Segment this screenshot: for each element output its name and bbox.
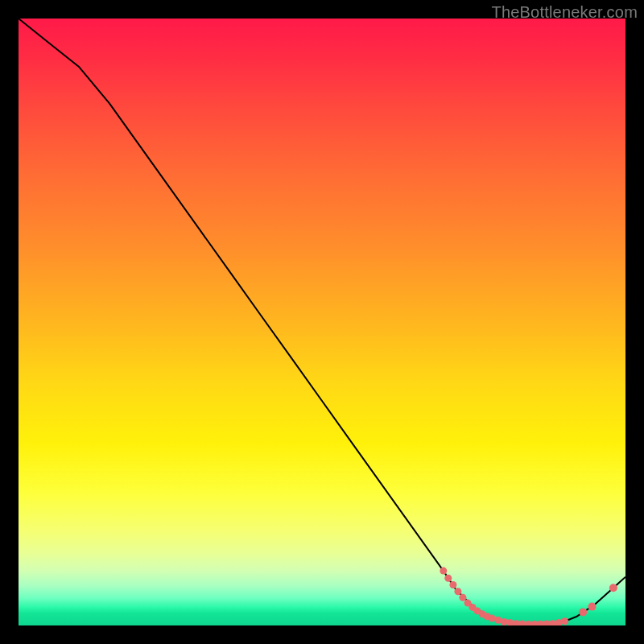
marker-dot bbox=[454, 588, 461, 595]
chart-frame: TheBottleneker.com bbox=[0, 0, 644, 644]
marker-dot bbox=[444, 575, 452, 582]
marker-dot bbox=[537, 621, 544, 625]
marker-dot bbox=[579, 608, 587, 616]
watermark-text: TheBottleneker.com bbox=[492, 3, 638, 22]
marker-dot bbox=[489, 615, 496, 622]
marker-dot bbox=[449, 581, 456, 588]
marker-dot bbox=[506, 619, 514, 625]
marker-dots bbox=[440, 568, 617, 625]
marker-dot bbox=[440, 568, 447, 575]
chart-svg bbox=[19, 19, 625, 625]
plot-area bbox=[19, 19, 625, 625]
marker-dot bbox=[459, 594, 466, 601]
marker-dot bbox=[561, 617, 568, 625]
marker-dot bbox=[588, 603, 597, 611]
curve-line bbox=[19, 19, 625, 625]
line-series bbox=[19, 19, 625, 625]
marker-dot bbox=[609, 584, 617, 592]
marker-dot bbox=[555, 619, 563, 625]
